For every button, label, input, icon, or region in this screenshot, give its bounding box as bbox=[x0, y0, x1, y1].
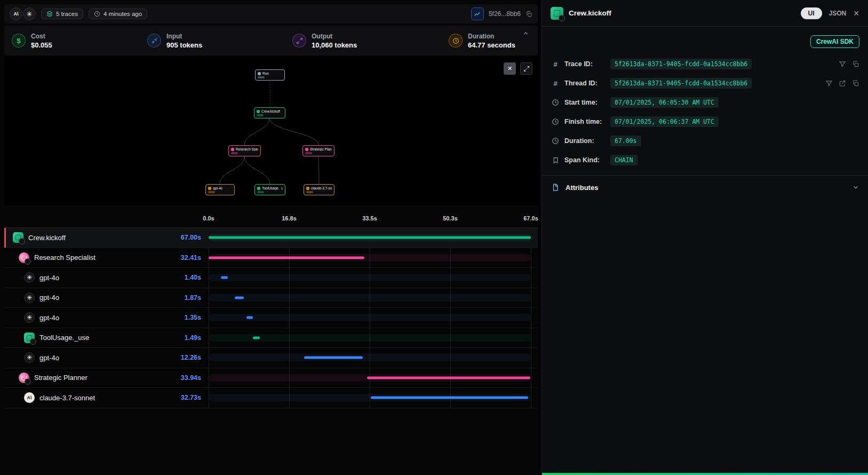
graph-controls: ✕ bbox=[504, 62, 532, 75]
toggle-ui-button[interactable]: UI bbox=[801, 7, 822, 19]
app-root: A\ ✳ 5 traces 4 minutes ago 5f26...8bb6 bbox=[0, 0, 868, 475]
span-name: Research Specialist bbox=[34, 254, 95, 262]
node-label: Strategic Planner bbox=[310, 147, 332, 151]
graph-node-crew-kickoff[interactable]: Crew.kickoff bbox=[254, 107, 285, 118]
trace-short-id: 5f26...8bb6 bbox=[489, 10, 521, 18]
axis-tick: 0.0s bbox=[203, 215, 214, 221]
node-tag-chip bbox=[231, 152, 238, 154]
agent-icon bbox=[19, 252, 29, 263]
node-label: ToolUsage._use bbox=[262, 186, 283, 190]
graph-node-run[interactable]: Run bbox=[255, 69, 285, 81]
span-name: ToolUsage._use bbox=[39, 334, 89, 342]
copy-icon bbox=[525, 11, 532, 18]
bookmark-icon bbox=[551, 157, 560, 164]
field-label: Thread ID: bbox=[564, 80, 606, 87]
metrics-chart-button[interactable] bbox=[471, 7, 484, 20]
timeline-track bbox=[209, 294, 531, 302]
span-duration: 1.40s bbox=[185, 274, 201, 281]
tool-icon bbox=[24, 332, 35, 343]
external-link-icon bbox=[839, 80, 846, 87]
file-icon bbox=[551, 184, 560, 191]
graph-close-button[interactable]: ✕ bbox=[504, 62, 516, 75]
copy-button[interactable] bbox=[852, 60, 859, 68]
filter-button[interactable] bbox=[839, 60, 846, 68]
span-duration: 1.35s bbox=[185, 314, 201, 321]
span-duration: 67.00s bbox=[181, 234, 201, 241]
stat-duration: Duration 64.77 seconds bbox=[449, 33, 515, 49]
funnel-icon bbox=[839, 60, 846, 68]
close-panel-button[interactable]: ✕ bbox=[853, 9, 859, 18]
panel-accent-strip bbox=[542, 473, 868, 475]
clock-icon bbox=[551, 118, 560, 125]
graph-node-claude[interactable]: claude-3.7-sonnet bbox=[304, 184, 335, 195]
main-column: A\ ✳ 5 traces 4 minutes ago 5f26...8bb6 bbox=[0, 0, 541, 475]
timeline-track bbox=[209, 274, 531, 281]
axis-tick: 50.3s bbox=[443, 215, 458, 221]
stat-duration-value: 64.77 seconds bbox=[468, 41, 515, 49]
arrows-in-icon bbox=[147, 34, 161, 48]
node-label: claude-3.7-sonnet bbox=[311, 186, 332, 190]
filter-button[interactable] bbox=[825, 80, 833, 87]
timeline-bar bbox=[221, 276, 228, 279]
timeline-bar bbox=[235, 296, 244, 299]
node-tag-chip bbox=[257, 114, 264, 116]
timeline-track bbox=[209, 354, 531, 361]
graph-node-gpt-4o[interactable]: gpt-4o bbox=[205, 184, 235, 195]
graph-node-research-specialist[interactable]: Research Specialist bbox=[228, 145, 261, 156]
field-value: 07/01/2025, 06:05:30 AM UTC bbox=[610, 97, 719, 108]
copy-icon bbox=[852, 80, 859, 87]
timeline-row-gpt4o-3[interactable]: gpt-4o1.35s bbox=[4, 308, 538, 328]
timeline-bar bbox=[209, 236, 531, 239]
hash-icon: # bbox=[551, 60, 560, 68]
chevron-up-icon bbox=[522, 30, 529, 37]
span-name: gpt-4o bbox=[39, 294, 59, 302]
stat-output-label: Output bbox=[312, 33, 357, 40]
node-label: gpt-4o bbox=[213, 186, 222, 190]
axis-tick: 67.0s bbox=[523, 215, 538, 221]
span-name: gpt-4o bbox=[39, 354, 59, 362]
field-value: 5f2613da-8371-9405-fcdd-0a1534cc8bb6 bbox=[610, 59, 752, 69]
field-span-kind: Span Kind: CHAIN bbox=[551, 151, 859, 170]
chevron-down-icon[interactable] bbox=[852, 184, 859, 191]
graph-node-toolusage[interactable]: ToolUsage._use bbox=[254, 184, 285, 195]
sdk-row: CrewAI SDK bbox=[551, 32, 859, 54]
timeline-row-gpt4o-4[interactable]: gpt-4o12.26s bbox=[4, 348, 538, 368]
collapse-stats-button[interactable] bbox=[522, 30, 529, 37]
stat-input-label: Input bbox=[166, 33, 202, 40]
timeline-row-claude[interactable]: claude-3.7-sonnet32.73s bbox=[4, 388, 538, 408]
expand-icon bbox=[523, 66, 530, 72]
topbar-right: 5f26...8bb6 bbox=[471, 7, 532, 20]
copy-icon bbox=[852, 60, 859, 68]
open-thread-button[interactable] bbox=[839, 80, 846, 87]
openai-icon bbox=[24, 352, 35, 363]
copy-trace-id-button[interactable] bbox=[525, 11, 532, 18]
span-name: Crew.kickoff bbox=[28, 234, 66, 242]
toggle-json-button[interactable]: JSON bbox=[829, 10, 847, 17]
node-label: Crew.kickoff bbox=[261, 109, 280, 113]
timeline-row-gpt4o-1[interactable]: gpt-4o1.40s bbox=[4, 268, 538, 288]
axis-tick: 33.5s bbox=[362, 215, 377, 221]
node-label: Research Specialist bbox=[236, 147, 258, 151]
timeline-row-strategic-planner[interactable]: Strategic Planner33.94s bbox=[4, 368, 538, 389]
timeline-track bbox=[209, 314, 531, 321]
field-value: 5f2613da-8371-9405-fcdd-0a1534cc8bb6 bbox=[610, 78, 752, 89]
timeline-row-gpt4o-2[interactable]: gpt-4o1.87s bbox=[4, 288, 538, 308]
attributes-section-header[interactable]: Attributes bbox=[551, 176, 859, 199]
waterfall-section: 0.0s 16.8s 33.5s 50.3s 67.0s Crew.kickof… bbox=[4, 210, 538, 408]
traces-count-chip[interactable]: 5 traces bbox=[41, 9, 83, 19]
span-duration: 1.49s bbox=[185, 334, 201, 342]
node-type-icon bbox=[257, 110, 260, 113]
crew-icon bbox=[13, 232, 23, 243]
timeline-row-crew-kickoff[interactable]: Crew.kickoff67.00s bbox=[4, 228, 538, 248]
clock-icon bbox=[449, 34, 463, 48]
details-panel: Crew.kickoff UI JSON ✕ CrewAI SDK # Trac… bbox=[541, 0, 868, 475]
timeline-row-research-specialist[interactable]: Research Specialist32.41s bbox=[4, 248, 538, 268]
copy-button[interactable] bbox=[852, 80, 859, 87]
node-type-icon bbox=[231, 148, 234, 151]
timeline-bar bbox=[367, 376, 530, 379]
hash-icon: # bbox=[551, 80, 560, 88]
time-ago-label: 4 minutes ago bbox=[103, 11, 142, 17]
graph-expand-button[interactable] bbox=[520, 62, 532, 75]
graph-node-strategic-planner[interactable]: Strategic Planner bbox=[302, 145, 335, 156]
timeline-row-toolusage[interactable]: ToolUsage._use1.49s bbox=[4, 328, 538, 349]
